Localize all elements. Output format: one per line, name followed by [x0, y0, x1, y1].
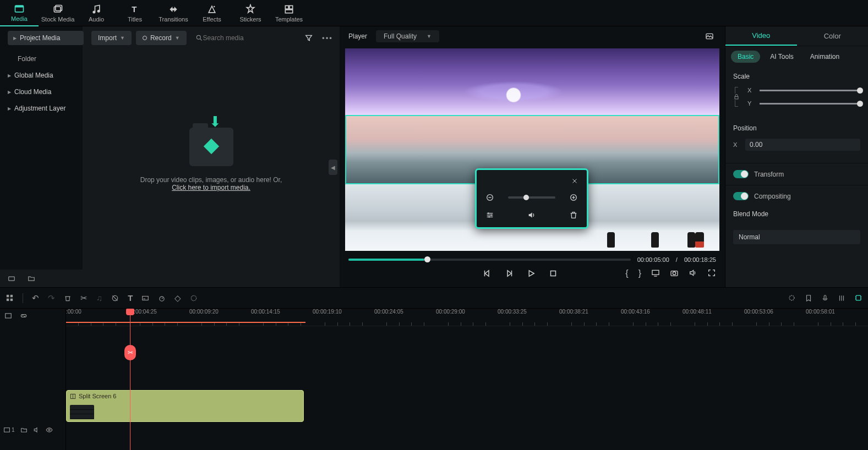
- stop-button[interactable]: [548, 268, 558, 278]
- timeline-ruler[interactable]: :00:0000:00:04:2500:00:09:2000:00:14:150…: [66, 309, 868, 326]
- player-canvas[interactable]: [345, 48, 719, 251]
- clip-thumbnail: [70, 405, 94, 419]
- track-lock-button[interactable]: [20, 426, 28, 433]
- slider-thumb[interactable]: [857, 87, 863, 94]
- link-xy-button[interactable]: [733, 87, 740, 113]
- record-label: Record: [150, 34, 172, 42]
- more-button[interactable]: •••: [320, 32, 335, 45]
- slider-thumb[interactable]: [523, 195, 529, 200]
- timeline-settings-button[interactable]: [4, 312, 12, 320]
- timeline-playhead[interactable]: ✂: [130, 309, 130, 450]
- delete-button[interactable]: [567, 208, 580, 222]
- delete-button[interactable]: [64, 294, 72, 302]
- subtab-animation[interactable]: Animation: [804, 51, 846, 63]
- tab-templates[interactable]: Templates: [270, 0, 308, 26]
- zoom-out-button[interactable]: [483, 191, 496, 204]
- link-button[interactable]: [20, 312, 28, 320]
- redo-button[interactable]: ↷: [48, 293, 55, 303]
- adjust-button[interactable]: [483, 208, 496, 222]
- track-video-icon[interactable]: 1: [3, 426, 15, 433]
- tab-audio[interactable]: Audio: [77, 0, 116, 26]
- transform-toggle[interactable]: [733, 170, 749, 178]
- tab-stock-media[interactable]: Stock Media: [39, 0, 77, 26]
- playhead-cap[interactable]: [126, 309, 134, 315]
- folder-item[interactable]: Folder: [2, 52, 80, 66]
- position-x-input[interactable]: [745, 139, 860, 151]
- subtitle-button[interactable]: [141, 294, 149, 302]
- ruler-tick: 00:00:53:06: [744, 309, 773, 315]
- zoom-slider[interactable]: [508, 196, 555, 199]
- eye-icon: [46, 426, 53, 433]
- tab-effects[interactable]: Effects: [193, 0, 231, 26]
- snapshot-button[interactable]: [670, 268, 679, 278]
- ai-button[interactable]: [854, 294, 862, 302]
- snapshot-settings-button[interactable]: [703, 30, 716, 43]
- render-button[interactable]: [788, 294, 796, 302]
- tab-media[interactable]: Media: [0, 0, 39, 26]
- folder-button[interactable]: [25, 272, 37, 284]
- tab-transitions[interactable]: Transitions: [154, 0, 193, 26]
- slider-thumb[interactable]: [857, 101, 863, 107]
- mute-button[interactable]: [525, 208, 538, 222]
- volume-button[interactable]: [689, 268, 697, 278]
- import-button[interactable]: Import ▼: [91, 31, 132, 45]
- svg-rect-33: [735, 97, 738, 100]
- compositing-toggle[interactable]: [733, 192, 749, 200]
- play-button[interactable]: [526, 268, 536, 278]
- sidebar-cloud-media[interactable]: ▶Cloud Media: [2, 85, 80, 99]
- collapse-panel-button[interactable]: ◀: [329, 160, 337, 175]
- mark-in-button[interactable]: {: [625, 268, 628, 278]
- search-field[interactable]: [191, 32, 298, 44]
- text-button[interactable]: T: [128, 293, 133, 303]
- mark-out-button[interactable]: }: [638, 268, 641, 278]
- split-button[interactable]: ✂: [80, 293, 88, 303]
- track-visibility-button[interactable]: [46, 426, 53, 433]
- sidebar-project-media[interactable]: ▶ Project Media: [8, 31, 84, 45]
- marker-button[interactable]: [805, 294, 812, 302]
- new-folder-button[interactable]: [6, 272, 18, 284]
- undo-button[interactable]: ↶: [32, 293, 39, 303]
- player-progress-bar[interactable]: [348, 259, 631, 261]
- sidebar-global-media[interactable]: ▶Global Media: [2, 68, 80, 83]
- fullscreen-button[interactable]: [707, 268, 716, 278]
- popup-close-button[interactable]: [569, 175, 580, 186]
- split-handle[interactable]: ✂: [124, 345, 136, 360]
- scale-x-slider[interactable]: [760, 90, 860, 91]
- color-button[interactable]: [190, 294, 198, 302]
- grid-view-button[interactable]: [6, 294, 14, 302]
- record-button[interactable]: Record ▼: [136, 31, 187, 45]
- speed-button[interactable]: [158, 294, 166, 302]
- tab-video[interactable]: Video: [725, 26, 797, 46]
- tab-stickers[interactable]: Stickers: [231, 0, 270, 26]
- blend-mode-select[interactable]: Normal: [733, 230, 860, 244]
- prev-frame-button[interactable]: [482, 268, 492, 278]
- keyframe-button[interactable]: ◇: [174, 293, 181, 303]
- voiceover-button[interactable]: [821, 294, 829, 302]
- quality-dropdown[interactable]: Full Quality ▼: [376, 30, 439, 42]
- scale-y-slider[interactable]: [760, 103, 860, 105]
- subtab-basic[interactable]: Basic: [731, 51, 760, 63]
- mixer-button[interactable]: [838, 294, 845, 302]
- crop-button[interactable]: [111, 294, 119, 302]
- import-link[interactable]: Click here to import media.: [172, 184, 250, 191]
- track-mute-button[interactable]: [33, 426, 40, 433]
- svg-point-44: [192, 295, 196, 300]
- zoom-in-button[interactable]: [567, 191, 580, 204]
- filter-button[interactable]: [302, 31, 315, 45]
- tab-color[interactable]: Color: [797, 26, 869, 46]
- subtab-ai-tools[interactable]: AI Tools: [763, 51, 800, 63]
- tab-titles[interactable]: T Titles: [116, 0, 154, 26]
- timeline-clip[interactable]: Split Screen 6: [66, 390, 304, 422]
- search-input[interactable]: [203, 34, 293, 42]
- audio-tool-button[interactable]: ♫: [96, 293, 102, 303]
- next-frame-button[interactable]: [504, 268, 514, 278]
- compositing-label: Compositing: [754, 193, 791, 200]
- progress-thumb[interactable]: [424, 256, 430, 262]
- grid-icon: [6, 294, 14, 302]
- svg-point-57: [48, 429, 50, 431]
- top-nav: Media Stock Media Audio T Titles Transit…: [0, 0, 868, 26]
- media-drop-zone[interactable]: ⬇ Drop your video clips, images, or audi…: [83, 50, 340, 270]
- sidebar-adjustment-layer[interactable]: ▶Adjustment Layer: [2, 101, 80, 116]
- timeline-tracks[interactable]: :00:0000:00:04:2500:00:09:2000:00:14:150…: [66, 309, 868, 450]
- display-button[interactable]: [651, 268, 660, 278]
